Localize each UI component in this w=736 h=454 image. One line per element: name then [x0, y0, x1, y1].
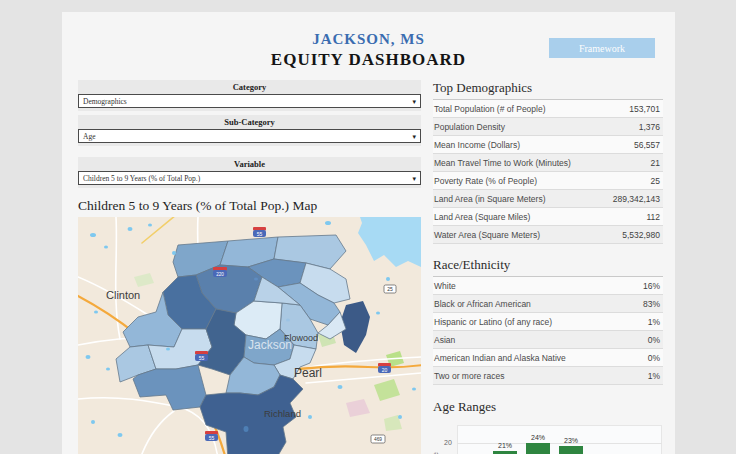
- table-row: Poverty Rate (% of People)25: [433, 172, 663, 190]
- row-label: Total Population (# of People): [434, 104, 546, 114]
- table-row: Total Population (# of People)153,701: [433, 100, 663, 118]
- framework-button[interactable]: Framework: [549, 38, 655, 58]
- interstate-55-shield: 55: [195, 351, 208, 361]
- svg-text:220: 220: [216, 272, 224, 277]
- variable-control: Variable Children 5 to 9 Years (% of Tot…: [78, 157, 421, 188]
- row-label: Population Density: [434, 122, 505, 132]
- table-row: Mean Income (Dollars)56,557: [433, 136, 663, 154]
- route-469-shield: 469: [371, 435, 385, 443]
- subcategory-selected-value: Age: [83, 131, 96, 142]
- age-ranges-bar-chart: 20 value 21% 24% 23% 12% 13%: [433, 423, 663, 454]
- interstate-55-shield: 55: [253, 227, 266, 237]
- subcategory-select[interactable]: Age ▾: [78, 129, 421, 143]
- dashboard-header: JACKSON, MS EQUITY DASHBOARD Framework: [62, 12, 675, 70]
- route-25-shield: 25: [384, 285, 396, 293]
- race-section-title: Race/Ethnicity: [433, 257, 663, 277]
- map-label-pearl: Pearl: [294, 366, 322, 380]
- svg-text:469: 469: [374, 437, 382, 442]
- category-label: Category: [78, 81, 421, 93]
- map-label-clinton: Clinton: [106, 289, 140, 301]
- subcategory-control: Sub-Category Age ▾: [78, 115, 421, 146]
- row-value: 16%: [643, 281, 660, 291]
- bar: [493, 451, 517, 454]
- race-table: White16% Black or African American83% Hi…: [433, 277, 663, 385]
- row-value: 0%: [648, 353, 660, 363]
- dashboard-card: JACKSON, MS EQUITY DASHBOARD Framework C…: [62, 12, 675, 454]
- row-value: 0%: [648, 335, 660, 345]
- variable-selected-value: Children 5 to 9 Years (% of Total Pop.): [83, 173, 200, 184]
- svg-text:55: 55: [209, 435, 215, 441]
- row-label: Mean Income (Dollars): [434, 140, 520, 150]
- table-row: Black or African American83%: [433, 295, 663, 313]
- table-row: Water Area (Square Meters)5,532,980: [433, 226, 663, 244]
- row-label: Land Area (Square Miles): [434, 212, 530, 222]
- age-section-title: Age Ranges: [433, 399, 663, 418]
- row-value: 1%: [648, 371, 660, 381]
- row-value: 1%: [648, 317, 660, 327]
- variable-select[interactable]: Children 5 to 9 Years (% of Total Pop.) …: [78, 171, 421, 185]
- bar-group: 23%: [559, 437, 583, 454]
- row-value: 289,342,143: [613, 194, 660, 204]
- row-label: Asian: [434, 335, 455, 345]
- table-row: Two or more races1%: [433, 367, 663, 385]
- chevron-down-icon: ▾: [412, 130, 416, 143]
- left-column: Category Demographics ▾ Sub-Category Age…: [78, 80, 421, 454]
- bar-data-label: 24%: [531, 434, 545, 441]
- svg-text:55: 55: [257, 231, 263, 237]
- row-label: American Indian and Alaska Native: [434, 353, 566, 363]
- row-label: Mean Travel Time to Work (Minutes): [434, 158, 571, 168]
- table-row: White16%: [433, 277, 663, 295]
- bar-group: 21%: [493, 442, 517, 454]
- row-label: White: [434, 281, 456, 291]
- table-row: Population Density1,376: [433, 118, 663, 136]
- bar: [526, 443, 550, 454]
- row-value: 83%: [643, 299, 660, 309]
- interstate-20-shield: 20: [378, 363, 391, 373]
- row-label: Water Area (Square Meters): [434, 230, 540, 240]
- table-row: Land Area (in Square Meters)289,342,143: [433, 190, 663, 208]
- row-value: 112: [646, 212, 660, 222]
- bar-data-label: 21%: [498, 442, 512, 449]
- row-label: Land Area (in Square Meters): [434, 194, 546, 204]
- interstate-55-shield: 55: [205, 431, 218, 441]
- row-value: 153,701: [629, 104, 660, 114]
- right-column: Top Demographics Total Population (# of …: [433, 80, 663, 454]
- chart-bars: 21% 24% 23% 12% 13%: [457, 425, 662, 454]
- subcategory-label: Sub-Category: [78, 116, 421, 128]
- chevron-down-icon: ▾: [412, 172, 416, 185]
- category-control: Category Demographics ▾: [78, 80, 421, 111]
- row-label: Hispanic or Latino (of any race): [434, 317, 552, 327]
- bar-group: 24%: [526, 434, 550, 454]
- bar-data-label: 23%: [564, 437, 578, 444]
- bar: [559, 446, 583, 454]
- demographics-section-title: Top Demographics: [433, 80, 663, 100]
- table-row: Land Area (Square Miles)112: [433, 208, 663, 226]
- row-value: 5,532,980: [622, 230, 660, 240]
- map-title: Children 5 to 9 Years (% of Total Pop.) …: [78, 198, 421, 214]
- demographics-table: Total Population (# of People)153,701 Po…: [433, 100, 663, 244]
- table-row: Asian0%: [433, 331, 663, 349]
- category-selected-value: Demographics: [83, 96, 127, 107]
- category-select[interactable]: Demographics ▾: [78, 94, 421, 108]
- y-axis-tick: 20: [444, 439, 452, 446]
- table-row: Hispanic or Latino (of any race)1%: [433, 313, 663, 331]
- svg-text:20: 20: [382, 367, 388, 373]
- row-label: Two or more races: [434, 371, 504, 381]
- row-label: Poverty Rate (% of People): [434, 176, 537, 186]
- variable-label: Variable: [78, 158, 421, 170]
- row-value: 1,376: [639, 122, 660, 132]
- choropleth-map[interactable]: Jackson 55 220 55: [78, 217, 421, 454]
- row-label: Black or African American: [434, 299, 531, 309]
- table-row: American Indian and Alaska Native0%: [433, 349, 663, 367]
- row-value: 25: [651, 176, 660, 186]
- svg-text:55: 55: [199, 355, 205, 361]
- map-container: Jackson 55 220 55: [78, 217, 421, 454]
- svg-text:25: 25: [387, 286, 393, 292]
- interstate-220-shield: 220: [213, 267, 227, 277]
- table-row: Mean Travel Time to Work (Minutes)21: [433, 154, 663, 172]
- map-label-flowood: Flowood: [284, 333, 318, 343]
- row-value: 56,557: [634, 140, 660, 150]
- chevron-down-icon: ▾: [412, 95, 416, 108]
- map-label-richland: Richland: [264, 408, 301, 419]
- row-value: 21: [651, 158, 660, 168]
